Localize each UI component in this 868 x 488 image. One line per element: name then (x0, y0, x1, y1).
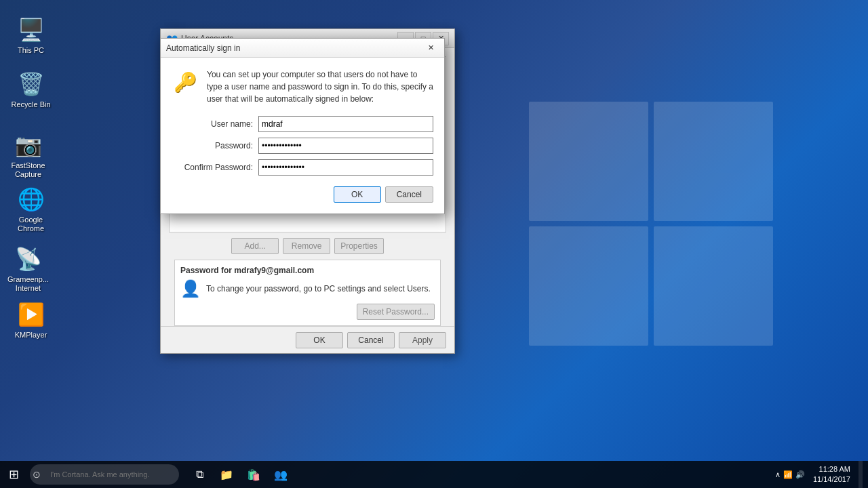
search-area: ⊙ (27, 464, 182, 485)
autosignin-icon: 🔑 (172, 68, 199, 96)
desktop-icon-google-chrome[interactable]: 🌐 Google Chrome (5, 183, 56, 236)
remove-button[interactable]: Remove (283, 238, 330, 254)
this-pc-label: This PC (18, 46, 44, 55)
desktop-icon-this-pc[interactable]: 🖥️ This PC (5, 14, 56, 58)
autosignin-title: Automatically sign in (166, 43, 422, 53)
desktop-icon-faststone[interactable]: 📷 FastStone Capture (3, 129, 54, 182)
chrome-icon: 🌐 (18, 186, 45, 213)
autosignin-description: You can set up your computer so that use… (207, 68, 433, 105)
password-label: Password: (172, 141, 253, 150)
cortana-icon: ⊙ (33, 469, 41, 480)
confirm-password-input[interactable] (258, 159, 433, 176)
ua-apply-button[interactable]: Apply (399, 332, 446, 348)
autosignin-header: 🔑 You can set up your computer so that u… (172, 68, 433, 105)
recycle-bin-icon: 🗑️ (18, 70, 45, 98)
ua-ok-button[interactable]: OK (296, 332, 343, 348)
ua-cancel-button[interactable]: Cancel (347, 332, 395, 348)
tray-network[interactable]: 📶 (783, 470, 793, 479)
recycle-bin-label: Recycle Bin (11, 100, 50, 109)
start-button[interactable]: ⊞ (0, 461, 27, 488)
autosignin-cancel-button[interactable]: Cancel (385, 186, 433, 203)
password-section-title: Password for mdrafy9@gmail.com (180, 266, 435, 275)
autosignin-body: 🔑 You can set up your computer so that u… (161, 58, 444, 214)
cortana-search-input[interactable] (30, 464, 179, 485)
confirm-label: Confirm Password: (172, 163, 253, 172)
confirm-password-row: Confirm Password: (172, 159, 433, 176)
chrome-label: Google Chrome (8, 216, 54, 233)
properties-button[interactable]: Properties (334, 238, 384, 254)
windows-logo-watermark (529, 102, 800, 359)
autosignin-dialog: Automatically sign in ✕ 🔑 You can set up… (160, 38, 445, 214)
autosignin-close-button[interactable]: ✕ (422, 41, 439, 55)
username-label: User name: (172, 119, 253, 129)
faststone-label: FastStone Capture (5, 161, 51, 179)
tray-chevron[interactable]: ∧ (775, 470, 781, 479)
show-desktop-button[interactable] (859, 461, 863, 488)
username-input[interactable] (258, 116, 433, 132)
autosignin-ok-button[interactable]: OK (334, 186, 381, 203)
desktop: 🖥️ This PC 🗑️ Recycle Bin 📷 FastStone Ca… (0, 0, 868, 488)
kmplayer-label: KMPlayer (15, 331, 47, 340)
clock-time: 11:28 AM (813, 464, 850, 474)
password-input[interactable] (258, 138, 433, 154)
task-view-button[interactable]: ⧉ (187, 461, 212, 488)
password-info-row: 👤 To change your password, go to PC sett… (180, 279, 435, 298)
clock[interactable]: 11:28 AM 11/14/2017 (809, 463, 854, 487)
clock-date: 11/14/2017 (813, 474, 850, 485)
reset-password-button[interactable]: Reset Password... (357, 304, 435, 320)
taskbar-right: ∧ 📶 🔊 11:28 AM 11/14/2017 (770, 461, 868, 488)
password-user-icon: 👤 (180, 279, 201, 298)
grameenphone-label: Grameenp... Internet (5, 275, 51, 293)
this-pc-icon: 🖥️ (18, 16, 45, 43)
add-button[interactable]: Add... (231, 238, 279, 254)
password-info-text: To change your password, go to PC settin… (206, 284, 431, 293)
taskbar: ⊞ ⊙ ⧉ 📁 🛍️ 👥 ∧ 📶 🔊 11:28 AM 11/14/2017 (0, 461, 868, 488)
desktop-icon-kmplayer[interactable]: ▶️ KMPlayer (5, 298, 56, 342)
autosignin-form: User name: Password: Confirm Password: (172, 116, 433, 176)
kmplayer-icon: ▶️ (18, 301, 45, 328)
taskbar-icons: ⧉ 📁 🛍️ 👥 (187, 461, 293, 488)
store-button[interactable]: 🛍️ (241, 461, 266, 488)
password-row: Password: (172, 138, 433, 154)
faststone-icon: 📷 (15, 131, 42, 159)
desktop-icon-grameenphone[interactable]: 📡 Grameenp... Internet (3, 243, 54, 296)
autosignin-buttons: OK Cancel (172, 186, 433, 203)
autosignin-titlebar[interactable]: Automatically sign in ✕ (161, 39, 444, 58)
username-row: User name: (172, 116, 433, 132)
tray-volume[interactable]: 🔊 (795, 470, 805, 479)
grameenphone-icon: 📡 (15, 245, 42, 272)
password-section: Password for mdrafy9@gmail.com 👤 To chan… (174, 260, 441, 326)
ua-bottom-buttons: OK Cancel Apply (161, 326, 454, 353)
file-explorer-button[interactable]: 📁 (214, 461, 239, 488)
users-button[interactable]: 👥 (269, 461, 293, 488)
system-tray: ∧ 📶 🔊 (775, 470, 805, 479)
ua-mid-buttons: Add... Remove Properties (174, 238, 441, 254)
desktop-icon-recycle-bin[interactable]: 🗑️ Recycle Bin (5, 68, 56, 112)
